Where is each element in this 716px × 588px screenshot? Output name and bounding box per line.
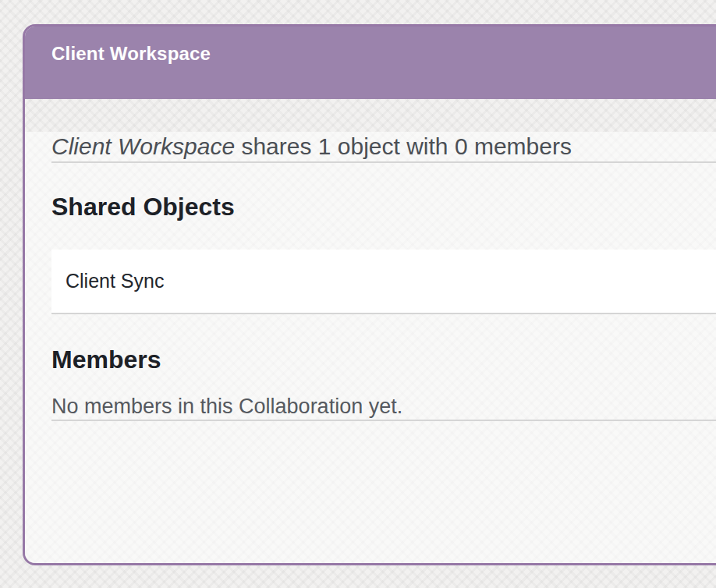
- members-heading: Members: [51, 344, 716, 375]
- card-title: Client Workspace: [51, 41, 716, 66]
- summary-workspace-name: Client Workspace: [51, 133, 235, 159]
- collaboration-summary: Client Workspace shares 1 object with 0 …: [51, 132, 716, 161]
- divider: [51, 420, 716, 421]
- members-empty-state: No members in this Collaboration yet.: [51, 394, 716, 420]
- shared-object-row[interactable]: Client Sync: [51, 250, 716, 313]
- divider: [51, 161, 716, 163]
- summary-text: shares 1 object with 0 members: [235, 133, 572, 159]
- card-body: Client Workspace shares 1 object with 0 …: [25, 132, 716, 565]
- shared-objects-heading: Shared Objects: [51, 191, 716, 222]
- shared-object-label: Client Sync: [66, 269, 164, 292]
- collaboration-card: Client Workspace Client Workspace shares…: [23, 24, 716, 565]
- page-background: { "card": { "title": "Client Workspace",…: [0, 0, 716, 588]
- card-header: Client Workspace: [25, 27, 716, 99]
- divider: [51, 313, 716, 314]
